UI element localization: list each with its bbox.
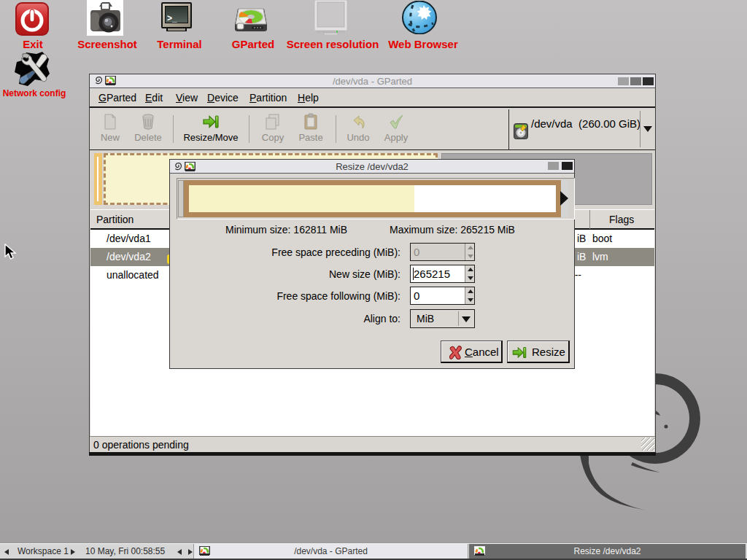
svg-text:>_: >_	[167, 13, 177, 23]
